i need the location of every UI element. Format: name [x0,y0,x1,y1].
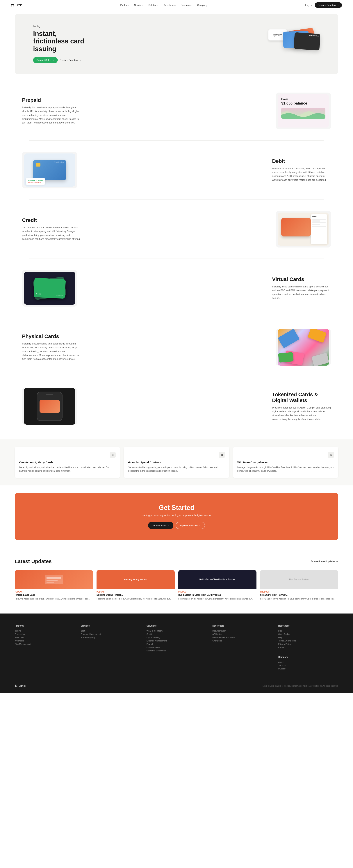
prepaid-card-label: Prepaid [281,98,288,100]
footer-solutions-title: Solutions [146,624,207,627]
virtual-title: Virtual Cards [272,276,331,282]
footer-link-disbursements[interactable]: Disbursements [146,646,207,648]
footer-link-baas[interactable]: BaaS [80,630,140,632]
footer-link-case-studies[interactable]: Case Studies [278,633,338,635]
hero-section: Issuing Instant, frictionless card issui… [15,14,338,74]
debit-card-number: •••• •••• •••• •••• [36,174,54,176]
nav-resources[interactable]: Resources [181,4,192,6]
nav-developers[interactable]: Developers [164,4,176,6]
hero-sandbox-button[interactable]: Explore Sandbox → [60,57,81,63]
debit-visual: Virtual Checking •••• •••• •••• •••• Ava… [22,152,77,188]
nav-solutions[interactable]: Solutions [148,4,158,6]
physical-card-yellow [308,329,327,343]
footer-link-release-notes[interactable]: Release notes and SDKs [212,636,272,639]
credit-visual: Vendor [276,211,331,248]
update-card-1[interactable]: Building Strong Fintech Podcast Building… [97,570,175,603]
debit-info-box: Available $4,516.87 Pending -$216.09 [26,178,45,185]
footer-link-about[interactable]: About [278,661,338,663]
footer-link-payroll[interactable]: Payroll [146,643,207,645]
footer-link-changelog[interactable]: Changelog [212,640,272,642]
tokenized-display [24,388,75,425]
debit-card-type-label: Virtual Checking [54,161,64,163]
cta-contact-sales-button[interactable]: Contact Sales → [148,522,173,529]
footer-link-digital-banking[interactable]: Digital Banking [146,636,207,639]
update-thumb-3: Fleet Payment Solutions [260,570,338,589]
debit-text: Debit Debit cards for your consumer, SMB… [272,158,331,182]
receipt-line-3 [312,222,326,223]
footer-link-blog[interactable]: Blog [278,630,338,632]
nav-login[interactable]: Log In [305,4,312,6]
debit-chip [36,163,40,166]
debit-pending-label: Pending -$216.09 [28,181,43,183]
nav-platform[interactable]: Platform [120,4,129,6]
fintech-layer-cake-graphic [43,573,65,586]
debit-pending-amount: -$216.09 [35,181,41,183]
hero-contact-sales-button[interactable]: Contact Sales → [33,57,58,63]
benefit-desc-1: Set account-wide or granular, per-card s… [128,466,225,473]
update-card-2[interactable]: Build a Best-in-Class Fleet Card Program… [178,570,256,603]
update-desc-0: Following hot on the heels of our Java c… [15,597,93,600]
update-label-1: Podcast [97,591,175,593]
footer-link-risk[interactable]: Risk Management [15,643,75,645]
svg-rect-6 [46,580,58,581]
update-card-3[interactable]: Fleet Payment Solutions Product Streamli… [260,570,338,603]
footer-link-notebooks[interactable]: Notebooks [15,636,75,639]
footer-col-platform: Platform Issuing Processing Notebooks We… [15,624,75,671]
footer-platform-title: Platform [15,624,75,627]
footer-link-careers[interactable]: Careers [278,646,338,648]
cta-sandbox-button[interactable]: Explore Sandbox → [176,522,205,529]
receipt-line-5 [312,226,326,227]
update-content-1: Podcast Building Strong Fintech... Follo… [97,589,175,603]
footer-link-processing[interactable]: Processing [15,633,75,635]
latest-updates-section: Latest Updates Browse Latest Updates → P… [0,548,353,614]
footer-grid: Platform Issuing Processing Notebooks We… [15,624,338,671]
nav-logo[interactable]: Lithic [11,3,22,7]
update-desc-3: Following hot on the heels of our Java c… [260,597,338,600]
footer-link-credit[interactable]: Credit [146,633,207,635]
footer-link-investor[interactable]: Investor [278,668,338,670]
svg-rect-3 [13,5,14,6]
update-title-2: Build a Best-in-Class Fleet Card Program [178,594,256,596]
prepaid-text: Prepaid Instantly disburse funds to prep… [22,97,81,125]
svg-rect-8 [15,685,16,686]
debit-card-display: Virtual Checking •••• •••• •••• •••• Ava… [24,153,75,187]
nav-sandbox-button[interactable]: Explore Sandbox → [315,2,342,8]
update-thumb-1: Building Strong Fintech [97,570,175,589]
svg-rect-11 [16,686,17,687]
nav-links: Platform Services Solutions Developers R… [120,4,207,6]
benefit-cards-section: ≡ One Account, Many Cards Issue physical… [0,439,353,485]
svg-rect-10 [15,686,16,687]
benefit-card-0: ≡ One Account, Many Cards Issue physical… [15,447,120,478]
debit-title: Debit [272,158,331,164]
tokenized-title: Tokenized Cards & Digital Wallets [272,392,331,403]
footer-link-webhooks[interactable]: Webhooks [15,640,75,642]
footer-link-processing-only[interactable]: Processing Only [80,636,140,639]
debit-desc: Debit cards for your consumer, SMB, or c… [272,167,331,182]
hero-left: Issuing Instant, frictionless card issui… [33,25,92,63]
footer-link-fintech[interactable]: What is a Fintech? [146,630,207,632]
benefit-icon-2: ◈ [328,452,334,458]
prepaid-desc: Instantly disburse funds to prepaid card… [22,105,81,125]
footer-link-terms[interactable]: Terms & Conditions [278,640,338,642]
update-card-0[interactable]: Podcast Fintech Layer Cake Following hot… [15,570,93,603]
nav-company[interactable]: Company [197,4,208,6]
nav-services[interactable]: Services [134,4,143,6]
physical-card-green [278,352,294,363]
footer-link-api-status[interactable]: API Status [212,633,272,635]
browse-updates-link[interactable]: Browse Latest Updates → [311,560,338,563]
footer-link-security[interactable]: Security [278,664,338,666]
footer-link-networks[interactable]: Networks & Industries [146,650,207,652]
footer-bottom: Lithic Lithic, Inc. is a financial techn… [15,680,338,687]
footer-link-program-mgmt[interactable]: Program Management [80,633,140,635]
footer-link-docs[interactable]: Documentation [212,630,272,632]
feature-physical: Physical Cards Instantly disburse funds … [15,318,338,377]
footer-link-help[interactable]: Help [278,636,338,639]
footer-link-issuing[interactable]: Issuing [15,630,75,632]
footer-link-privacy[interactable]: Privacy Policy [278,643,338,645]
footer-resources-title: Resources [278,624,338,627]
footer-link-expense[interactable]: Expense Management [146,640,207,642]
physical-cards-image [278,329,329,366]
phone-notch [46,394,53,395]
receipt-line-1 [312,219,326,220]
credit-card-display: Vendor [278,213,329,246]
